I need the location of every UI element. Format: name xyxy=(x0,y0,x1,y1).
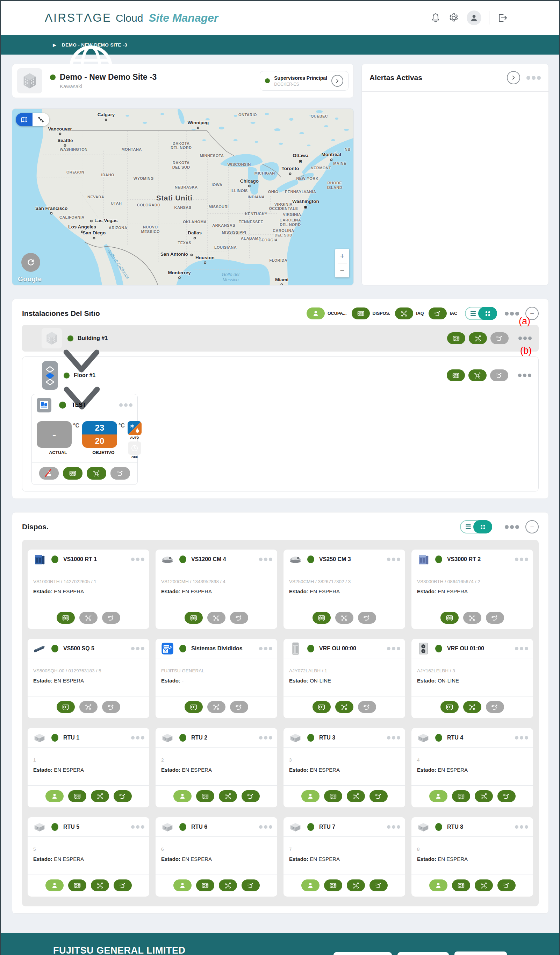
device-menu-dots[interactable] xyxy=(130,825,144,829)
grid-view-icon[interactable] xyxy=(478,307,497,320)
chevron-down-icon[interactable] xyxy=(30,372,36,379)
device-card[interactable]: VS1200 CM 4 VS1200CMH / 1343952898 / 4 E… xyxy=(156,550,277,629)
supervisor-chevron-right-icon[interactable] xyxy=(331,75,343,87)
device-menu-dots[interactable] xyxy=(513,647,528,650)
device-card[interactable]: VRF OU 01:00 AJY162LELBH / 3 Estado: ON-… xyxy=(412,639,533,718)
chevron-down-icon[interactable] xyxy=(29,335,36,342)
device-card[interactable]: RTU 8 8 Estado: EN ESPERA xyxy=(412,817,533,897)
info-button[interactable]: INFORMACIÓN ... xyxy=(334,952,392,955)
building-row[interactable]: Building #1 xyxy=(22,325,539,352)
iac-pill-icon xyxy=(498,790,516,802)
help-button[interactable]: NECESITA A... xyxy=(398,952,449,955)
device-card[interactable]: VS500 SQ 5 VS500SQH-00 / 0129763183 / 5 … xyxy=(28,639,149,718)
iaq-pill-icon xyxy=(475,790,493,802)
language-select[interactable]: Español ▼ xyxy=(454,952,507,955)
device-model: 7 xyxy=(289,847,399,853)
device-menu-dots[interactable] xyxy=(257,647,272,650)
map-view-icon[interactable] xyxy=(16,113,33,126)
breadcrumb-site[interactable]: DEMO - NEW DEMO SITE -3 xyxy=(62,42,127,48)
device-menu-dots[interactable] xyxy=(513,557,528,561)
device-menu-dots[interactable] xyxy=(130,647,144,650)
map-label: ONTARIO xyxy=(239,113,257,117)
iaq-pill-icon xyxy=(80,701,98,713)
estado-label: Estado: xyxy=(33,856,52,862)
device-card[interactable]: VS250 CM 3 VS250CMH / 3826717302 / 3 Est… xyxy=(284,550,405,629)
gear-icon[interactable] xyxy=(448,13,459,23)
device-image-icon xyxy=(289,553,303,566)
device-menu-dots[interactable] xyxy=(513,736,528,739)
facility-legend: OCUPA...DISPOS.IAQIAC xyxy=(307,307,457,319)
device-name: RTU 7 xyxy=(319,824,381,830)
device-image-icon xyxy=(289,642,303,655)
bell-icon[interactable] xyxy=(430,13,441,23)
device-card[interactable]: RTU 2 2 Estado: EN ESPERA xyxy=(156,728,277,807)
target-temp-block[interactable]: 23 20 °C OBJETIVO xyxy=(82,421,125,459)
zoom-out-button[interactable]: − xyxy=(335,263,349,277)
device-status-line: Estado: EN ESPERA xyxy=(289,589,399,594)
map-refresh-button[interactable] xyxy=(21,253,40,272)
device-card[interactable]: RTU 7 7 Estado: EN ESPERA xyxy=(284,817,405,897)
map-label: NUOVO MESSICO xyxy=(141,225,160,234)
device-status-line: Estado: EN ESPERA xyxy=(33,678,144,684)
zoom-in-button[interactable]: + xyxy=(335,249,349,263)
devices-view-toggle[interactable] xyxy=(460,520,492,534)
map-label: VIRGINIA xyxy=(283,212,301,217)
facilities-menu-dots[interactable] xyxy=(503,312,519,316)
device-menu-dots[interactable] xyxy=(130,557,144,561)
site-map: CalgaryONTARIOQUÉBECWinnipegVancouverSea… xyxy=(12,108,354,285)
list-view-icon[interactable] xyxy=(466,311,480,316)
grid-view-icon[interactable] xyxy=(473,520,492,534)
device-pills xyxy=(156,785,277,807)
device-menu-dots[interactable] xyxy=(513,825,528,829)
logout-icon[interactable] xyxy=(497,13,508,23)
device-menu-dots[interactable] xyxy=(130,736,144,739)
play-icon: ▶ xyxy=(53,42,56,48)
device-pills xyxy=(28,607,149,629)
target-cool-value[interactable]: 23 xyxy=(82,421,117,434)
device-menu-dots[interactable] xyxy=(257,557,272,561)
target-heat-value[interactable]: 20 xyxy=(82,434,117,448)
device-image-icon xyxy=(161,553,175,566)
estado-label: Estado: xyxy=(289,767,308,773)
brand-logo: ΛIRSTΛGE Cloud Site Manager xyxy=(45,11,218,25)
device-menu-dots[interactable] xyxy=(385,825,400,829)
device-card[interactable]: VRF OU 00:00 AJY072LALBH / 1 Estado: ON-… xyxy=(284,639,405,718)
estado-value: EN ESPERA xyxy=(182,856,212,862)
map-labels: CalgaryONTARIOQUÉBECWinnipegVancouverSea… xyxy=(12,109,353,285)
device-menu-dots[interactable] xyxy=(257,736,272,739)
device-card[interactable]: RTU 1 1 Estado: EN ESPERA xyxy=(28,728,149,807)
device-card[interactable]: VS3000 RT 2 VS3000RTH / 0864165674 / 2 E… xyxy=(412,550,533,629)
zone-menu-dots[interactable] xyxy=(118,403,133,407)
iaq-pill-icon xyxy=(91,790,109,802)
map-label: MISSOURI xyxy=(209,204,229,209)
globe-icon[interactable] xyxy=(39,41,47,49)
timer-off-icon[interactable] xyxy=(128,441,141,455)
user-avatar[interactable] xyxy=(466,11,481,25)
list-view-icon[interactable] xyxy=(462,524,475,529)
device-card[interactable]: VS1000 RT 1 VS1000RTH / 1427022605 / 1 E… xyxy=(28,550,149,629)
estado-value: EN ESPERA xyxy=(54,767,84,773)
device-card[interactable]: RTU 3 3 Estado: EN ESPERA xyxy=(284,728,405,807)
alerts-menu-dots[interactable] xyxy=(525,76,541,80)
device-card[interactable]: RTU 5 5 Estado: EN ESPERA xyxy=(28,817,149,897)
satellite-view-icon[interactable] xyxy=(33,113,49,126)
legend-dev: DISPOS. xyxy=(352,307,390,319)
floor-menu-dots[interactable] xyxy=(517,374,531,377)
occ-pill-icon xyxy=(429,790,448,802)
device-card[interactable]: RTU 4 4 Estado: EN ESPERA xyxy=(412,728,533,807)
devices-collapse-button[interactable]: − xyxy=(526,520,539,534)
devices-menu-dots[interactable] xyxy=(503,525,519,529)
device-card[interactable]: Sistemas Divididos FUJITSU GENERAL Estad… xyxy=(156,639,277,718)
auto-mode-icon[interactable] xyxy=(128,421,142,435)
view-toggle[interactable] xyxy=(465,307,497,320)
device-card[interactable]: RTU 6 6 Estado: EN ESPERA xyxy=(156,817,277,897)
device-menu-dots[interactable] xyxy=(385,736,400,739)
device-menu-dots[interactable] xyxy=(385,557,400,561)
device-pills xyxy=(412,785,533,807)
alerts-chevron-right-icon[interactable] xyxy=(507,71,520,84)
device-status-line: Estado: EN ESPERA xyxy=(417,589,527,594)
building-menu-dots[interactable] xyxy=(517,337,532,340)
supervisor-card[interactable]: Supervisores Principal DOCKER-ES xyxy=(260,71,348,91)
device-menu-dots[interactable] xyxy=(257,825,272,829)
device-menu-dots[interactable] xyxy=(385,647,400,650)
